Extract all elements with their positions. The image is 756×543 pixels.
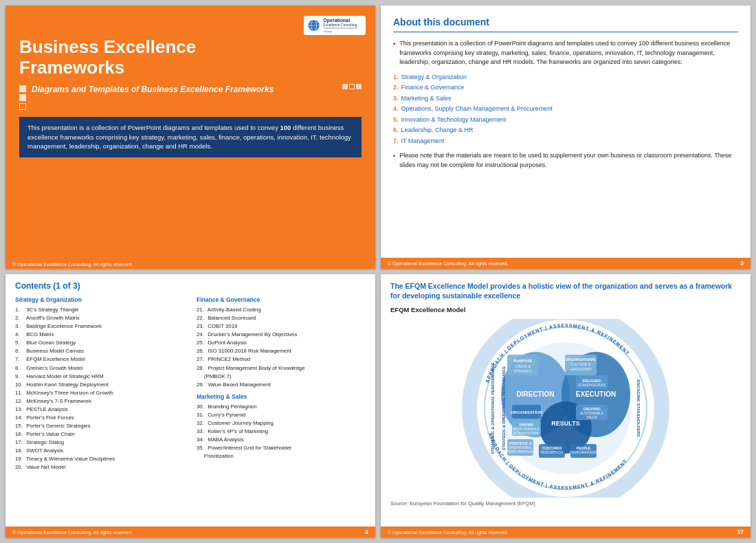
svg-text:ORGANISATIONAL: ORGANISATIONAL	[565, 357, 596, 362]
page-number: 4	[365, 529, 368, 535]
slide2-bullet2-text: Please note that the materials are meant…	[399, 151, 738, 170]
list-item: 1.Strategy & Organization	[393, 73, 738, 82]
list-item: 7.IT Management	[393, 137, 738, 146]
col2-title2: Marketing & Sales	[197, 393, 366, 400]
col2-list1: 21. Activity-Based Costing 22. Balanced …	[197, 306, 366, 389]
logo-line3: Transforming businesses for change	[323, 27, 362, 33]
page-number: 37	[737, 529, 744, 535]
svg-text:PERFORMANCE: PERFORMANCE	[570, 450, 598, 454]
svg-text:STAKEHOLDERS: STAKEHOLDERS	[578, 383, 606, 387]
list-item: 8. Greiner's Growth Model	[15, 364, 184, 373]
list-item: 5.Innovation & Technology Management	[393, 115, 738, 125]
col2-list2: 30. Branding Pentagram 31. Curry's Pyram…	[197, 403, 366, 461]
slide2-bullet1: • This presentation is a collection of P…	[393, 39, 738, 67]
category-link-6[interactable]: Leadership, Change & HR	[401, 126, 474, 133]
slide1-main: Operational Excellence Consulting Transf…	[5, 5, 375, 260]
slide-2: About this document • This presentation …	[381, 5, 751, 269]
slide2-categories-list: 1.Strategy & Organization 2.Finance & Go…	[393, 73, 738, 146]
list-item: 1. 3C's Strategy Triangle	[15, 306, 184, 314]
list-item: 5. Blue Ocean Strategy	[15, 339, 184, 347]
list-item: 17. Strategic Dialog	[15, 439, 184, 447]
svg-text:VISION &: VISION &	[515, 364, 531, 368]
logo-box: Operational Excellence Consulting Transf…	[304, 16, 366, 35]
svg-text:LEADERSHIP: LEADERSHIP	[570, 367, 592, 371]
decorative-squares	[19, 84, 26, 110]
list-item: 11. McKinsey's Three Horizon of Growth	[15, 389, 184, 397]
slide1-subtitle: Diagrams and Templates of Business Excel…	[32, 84, 274, 95]
contents-col2: Finance & Governance 21. Activity-Based …	[197, 296, 366, 472]
list-item: 30. Branding Pentagram	[197, 403, 366, 411]
list-item: 24. Drucker's Management By Objectives	[197, 331, 366, 339]
svg-text:& TRANSFORM.: & TRANSFORM.	[513, 431, 540, 435]
slide4-body: The EFQM Excellence Model provides a hol…	[381, 274, 751, 527]
slide1-title: Business ExcellenceFrameworks	[19, 37, 362, 78]
list-item: 27. PRINCE2 Method	[197, 355, 366, 364]
list-item: 9. Harvard Model of Strategic HRM	[15, 373, 184, 381]
slide1-subtitle-row: Diagrams and Templates of Business Excel…	[19, 84, 362, 110]
svg-text:PERFORMANCE: PERFORMANCE	[507, 450, 535, 454]
list-item: 6.Leadership, Change & HR	[393, 126, 738, 135]
slide2-footer: © Operational Excellence Consulting. All…	[381, 258, 751, 269]
col1-title: Strategy & Organization	[15, 296, 184, 303]
list-item: 3. Baldrige Excellence Framework	[15, 322, 184, 331]
logo-text: Operational Excellence Consulting Transf…	[323, 18, 362, 33]
slide4-model-title: EFQM Excellence Model	[390, 306, 741, 313]
svg-text:ORGANISATION: ORGANISATION	[511, 410, 542, 414]
list-item: 23. COBIT 2019	[197, 322, 366, 331]
list-item: 12. McKinsey's 7-S Framework	[15, 397, 184, 406]
list-item: 14. Porter's Five Forces	[15, 414, 184, 422]
list-item: 7. EFQM Excellence Model	[15, 355, 184, 364]
col2-title1: Finance & Governance	[197, 296, 366, 303]
sq1	[19, 85, 26, 92]
decorative-squares-right	[342, 84, 362, 89]
category-link-5[interactable]: Innovation & Technology Management	[401, 116, 507, 123]
list-item: 16. Porter's Value Chain	[15, 430, 184, 439]
svg-text:CULTURE &: CULTURE &	[571, 362, 591, 366]
list-item: 4.Operations, Supply Chain Management & …	[393, 104, 738, 114]
list-item: 13. PESTLE Analysis	[15, 406, 184, 414]
list-item: 2. Ansoff's Growth Matrix	[15, 314, 184, 322]
list-item: 28. Project Management Body of Knowledge…	[197, 364, 366, 381]
list-item: 29. Value-Based Management	[197, 381, 366, 389]
list-item: 32. Customer Journey Mapping	[197, 419, 366, 428]
efqm-diagram: APPROACH | DEPLOYMENT | ASSESSMENT & REF…	[390, 319, 741, 498]
slide4-source: Source: European Foundation for Quality …	[390, 500, 741, 507]
list-item: 2.Finance & Governance	[393, 83, 738, 93]
list-item: 15. Porter's Generic Strategies	[15, 422, 184, 430]
slide3-footer: © Operational Excellence Consulting. All…	[5, 527, 375, 538]
list-item: 35. Power/Interest Grid for Stakeholder …	[197, 444, 366, 461]
list-item: 18. SWOT Analysis	[15, 447, 184, 455]
slide3-body: Contents (1 of 3) Strategy & Organizatio…	[5, 274, 375, 527]
bullet-dot-2: •	[393, 152, 395, 170]
list-item: 6. Business Model Canvas	[15, 347, 184, 355]
slide2-bullet2: • Please note that the materials are mea…	[393, 151, 738, 170]
list-item: 21. Activity-Based Costing	[197, 306, 366, 314]
page-number: 3	[740, 260, 744, 267]
category-link-2[interactable]: Finance & Governance	[401, 84, 465, 91]
list-item: 33. Kotler's 4P's of Marketing	[197, 428, 366, 436]
category-link-1[interactable]: Strategy & Organization	[401, 74, 467, 80]
svg-text:RESULTS: RESULTS	[551, 420, 579, 427]
category-link-3[interactable]: Marketing & Sales	[401, 95, 452, 102]
bullet-dot-1: •	[393, 40, 395, 67]
logo: Operational Excellence Consulting Transf…	[304, 12, 366, 38]
list-item: 20. Value Net Model	[15, 463, 184, 472]
contents-col1: Strategy & Organization 1. 3C's Strategy…	[15, 296, 184, 472]
sq3	[19, 103, 26, 110]
category-link-7[interactable]: IT Management	[401, 137, 445, 144]
slide2-bullet1-text: This presentation is a collection of Pow…	[399, 39, 738, 67]
list-item: 10. Hoshin Kanri Strategy Deployment	[15, 381, 184, 389]
svg-text:STRATEGIC & OPERATIONAL PERFOR: STRATEGIC & OPERATIONAL PERFORMANCE	[502, 366, 506, 451]
globe-icon	[307, 18, 320, 33]
list-item: 34. MABA Analysis	[197, 436, 366, 444]
efqm-svg: APPROACH | DEPLOYMENT | ASSESSMENT & REF…	[390, 319, 741, 498]
list-item: 25. DuPont Analysis	[197, 339, 366, 347]
category-link-4[interactable]: Operations, Supply Chain Management & Pr…	[401, 105, 553, 112]
svg-text:EXECUTION: EXECUTION	[576, 390, 616, 398]
svg-text:ENGAGING STAKEHOLDERS: ENGAGING STAKEHOLDERS	[636, 380, 641, 438]
list-item: 26. ISO 31000:2018 Risk Management	[197, 347, 366, 355]
slide2-title: About this document	[393, 15, 738, 32]
list-item: 22. Balanced Scorecard	[197, 314, 366, 322]
svg-text:DIRECTION: DIRECTION	[517, 390, 555, 398]
slide1-description: This presentation is a collection of Pow…	[19, 117, 362, 157]
